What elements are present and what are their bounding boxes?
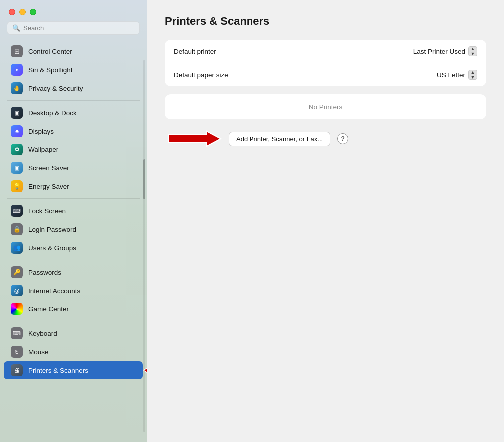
sidebar-label-keyboard: Keyboard	[28, 330, 57, 337]
traffic-lights	[0, 0, 147, 21]
sidebar-label-mouse: Mouse	[28, 348, 49, 356]
desktop-dock-icon: ▣	[11, 107, 23, 119]
sidebar-item-printers-scanners[interactable]: 🖨 Printers & Scanners	[4, 361, 143, 379]
siri-spotlight-icon: ✦	[11, 64, 23, 76]
sidebar-list: ⊞ Control Center ✦ Siri & Spotlight 🤚 Pr…	[0, 40, 147, 442]
divider-3	[7, 260, 140, 260]
default-printer-row: Default printer Last Printer Used ▲ ▼	[165, 40, 486, 63]
game-center-icon: ●	[11, 303, 23, 315]
scrollbar-thumb[interactable]	[143, 159, 145, 199]
sidebar-item-screen-saver[interactable]: ▣ Screen Saver	[4, 159, 143, 177]
sidebar-label-login-password: Login Password	[28, 226, 76, 233]
right-arrow-svg	[167, 129, 222, 148]
maximize-button[interactable]	[30, 9, 36, 15]
divider-4	[7, 321, 140, 321]
default-paper-size-row: Default paper size US Letter ▲ ▼	[165, 63, 486, 86]
sidebar-item-control-center[interactable]: ⊞ Control Center	[4, 42, 143, 60]
internet-accounts-icon: @	[11, 285, 23, 296]
displays-icon: ✸	[11, 125, 23, 137]
sidebar-section-5: ⌨ Keyboard 🖱 Mouse 🖨 Printers & Scanners	[0, 324, 147, 379]
lock-screen-icon: ⌨	[11, 205, 23, 217]
sidebar-item-displays[interactable]: ✸ Displays	[4, 122, 143, 140]
sidebar-section-1: ⊞ Control Center ✦ Siri & Spotlight 🤚 Pr…	[0, 42, 147, 97]
sidebar-item-privacy-security[interactable]: 🤚 Privacy & Security	[4, 79, 143, 97]
sidebar-label-game-center: Game Center	[28, 305, 69, 313]
sidebar-item-users-groups[interactable]: 👥 Users & Groups	[4, 239, 143, 257]
divider-2	[7, 198, 140, 199]
search-icon: 🔍	[12, 24, 20, 32]
sidebar-section-3: ⌨ Lock Screen 🔒 Login Password 👥 Users &…	[0, 202, 147, 257]
energy-saver-icon: 💡	[11, 180, 23, 192]
sidebar-item-keyboard[interactable]: ⌨ Keyboard	[4, 324, 143, 342]
default-paper-size-value: US Letter	[437, 71, 465, 79]
sidebar-label-lock-screen: Lock Screen	[28, 207, 66, 215]
sidebar-label-screen-saver: Screen Saver	[28, 164, 69, 172]
divider-1	[7, 100, 140, 101]
sidebar-item-siri-spotlight[interactable]: ✦ Siri & Spotlight	[4, 61, 143, 79]
sidebar-item-mouse[interactable]: 🖱 Mouse	[4, 343, 143, 361]
default-printer-label: Default printer	[174, 48, 216, 55]
right-arrow-annotation	[167, 129, 222, 148]
sidebar-section-2: ▣ Desktop & Dock ✸ Displays ✿ Wallpaper …	[0, 104, 147, 195]
privacy-security-icon: 🤚	[11, 82, 23, 94]
screen-saver-icon: ▣	[11, 162, 23, 174]
sidebar-item-energy-saver[interactable]: 💡 Energy Saver	[4, 177, 143, 195]
sidebar-item-login-password[interactable]: 🔒 Login Password	[4, 220, 143, 238]
printers-scanners-icon: 🖨	[11, 364, 23, 376]
sidebar-item-internet-accounts[interactable]: @ Internet Accounts	[4, 282, 143, 299]
search-bar[interactable]: 🔍	[7, 21, 140, 35]
sidebar-label-privacy-security: Privacy & Security	[28, 85, 83, 92]
users-groups-icon: 👥	[11, 242, 23, 254]
sidebar-item-wallpaper[interactable]: ✿ Wallpaper	[4, 141, 143, 158]
default-paper-size-value-wrap[interactable]: US Letter ▲ ▼	[437, 70, 477, 80]
passwords-icon: 🔑	[11, 266, 23, 278]
sidebar-label-printers-scanners: Printers & Scanners	[28, 367, 88, 374]
no-printers-text: No Printers	[309, 103, 343, 111]
sidebar-label-wallpaper: Wallpaper	[28, 146, 58, 153]
mouse-icon: 🖱	[11, 346, 23, 358]
sidebar-section-4: 🔑 Passwords @ Internet Accounts ● Game C…	[0, 263, 147, 318]
default-printer-value-wrap[interactable]: Last Printer Used ▲ ▼	[413, 46, 477, 56]
settings-section-defaults: Default printer Last Printer Used ▲ ▼ De…	[165, 40, 486, 86]
minimize-button[interactable]	[19, 9, 26, 15]
sidebar-label-internet-accounts: Internet Accounts	[28, 287, 80, 295]
sidebar-label-energy-saver: Energy Saver	[28, 183, 69, 190]
sidebar-label-siri-spotlight: Siri & Spotlight	[28, 66, 73, 74]
sidebar: 🔍 ⊞ Control Center ✦ Siri & Spotlight 🤚	[0, 0, 147, 442]
default-paper-size-label: Default paper size	[174, 71, 228, 79]
sidebar-label-displays: Displays	[28, 128, 54, 135]
default-printer-stepper[interactable]: ▲ ▼	[468, 46, 477, 56]
sidebar-item-passwords[interactable]: 🔑 Passwords	[4, 263, 143, 281]
svg-marker-1	[169, 131, 221, 146]
add-printer-button[interactable]: Add Printer, Scanner, or Fax...	[229, 132, 330, 146]
sidebar-label-passwords: Passwords	[28, 269, 61, 276]
add-printer-row: Add Printer, Scanner, or Fax... ?	[165, 129, 486, 148]
control-center-icon: ⊞	[11, 45, 23, 57]
main-content: Printers & Scanners Default printer Last…	[147, 0, 504, 442]
sidebar-item-lock-screen[interactable]: ⌨ Lock Screen	[4, 202, 143, 220]
sidebar-label-control-center: Control Center	[28, 48, 72, 55]
sidebar-item-desktop-dock[interactable]: ▣ Desktop & Dock	[4, 104, 143, 122]
no-printers-section: No Printers	[165, 94, 486, 119]
sidebar-label-desktop-dock: Desktop & Dock	[28, 109, 77, 117]
sidebar-item-game-center[interactable]: ● Game Center	[4, 300, 143, 318]
scrollbar-track	[143, 60, 145, 432]
sidebar-label-users-groups: Users & Groups	[28, 244, 76, 252]
keyboard-icon: ⌨	[11, 327, 23, 339]
login-password-icon: 🔒	[11, 223, 23, 235]
help-button[interactable]: ?	[337, 133, 348, 144]
default-printer-value: Last Printer Used	[413, 48, 465, 55]
search-input[interactable]	[23, 24, 134, 32]
close-button[interactable]	[9, 9, 15, 15]
default-paper-size-stepper[interactable]: ▲ ▼	[468, 70, 477, 80]
wallpaper-icon: ✿	[11, 144, 23, 155]
page-title: Printers & Scanners	[165, 15, 486, 28]
